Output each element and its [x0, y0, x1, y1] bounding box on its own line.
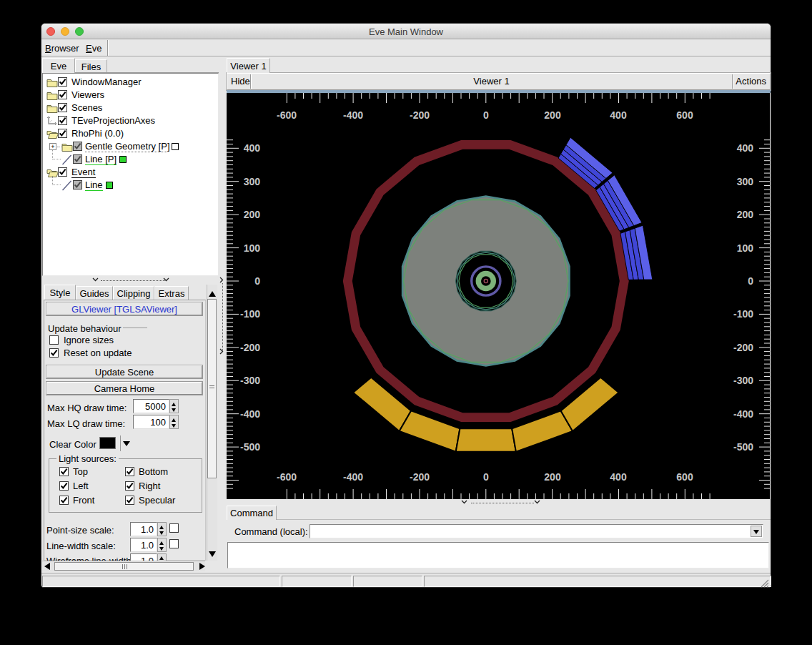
svg-text:400: 400	[244, 142, 261, 154]
svg-text:400: 400	[610, 109, 627, 121]
svg-text:200: 200	[544, 471, 561, 483]
svg-text:-200: -200	[410, 471, 430, 483]
svg-text:200: 200	[244, 209, 261, 220]
svg-text:-200: -200	[240, 342, 260, 353]
svg-text:-100: -100	[733, 308, 753, 320]
svg-text:0: 0	[483, 109, 489, 121]
svg-text:-200: -200	[733, 342, 753, 353]
svg-text:300: 300	[737, 176, 754, 187]
svg-text:200: 200	[737, 209, 754, 220]
svg-text:200: 200	[544, 109, 561, 121]
svg-text:0: 0	[254, 275, 260, 287]
svg-text:-200: -200	[410, 109, 430, 121]
svg-text:400: 400	[737, 142, 754, 154]
svg-text:400: 400	[610, 471, 627, 483]
svg-text:100: 100	[737, 242, 754, 254]
svg-text:-300: -300	[733, 375, 753, 386]
svg-text:100: 100	[244, 242, 261, 254]
svg-text:0: 0	[748, 275, 753, 287]
svg-text:600: 600	[676, 109, 693, 121]
svg-text:-400: -400	[240, 408, 260, 420]
svg-text:600: 600	[676, 471, 693, 483]
svg-text:-400: -400	[343, 471, 363, 483]
svg-text:-400: -400	[343, 109, 363, 121]
svg-text:-100: -100	[240, 308, 260, 320]
svg-text:-600: -600	[277, 471, 297, 483]
svg-text:0: 0	[483, 471, 489, 483]
svg-text:-400: -400	[733, 408, 753, 420]
svg-text:-300: -300	[240, 375, 260, 386]
svg-text:-600: -600	[277, 109, 297, 121]
svg-text:-500: -500	[733, 441, 753, 453]
svg-text:300: 300	[244, 176, 261, 187]
svg-text:-500: -500	[240, 441, 260, 453]
